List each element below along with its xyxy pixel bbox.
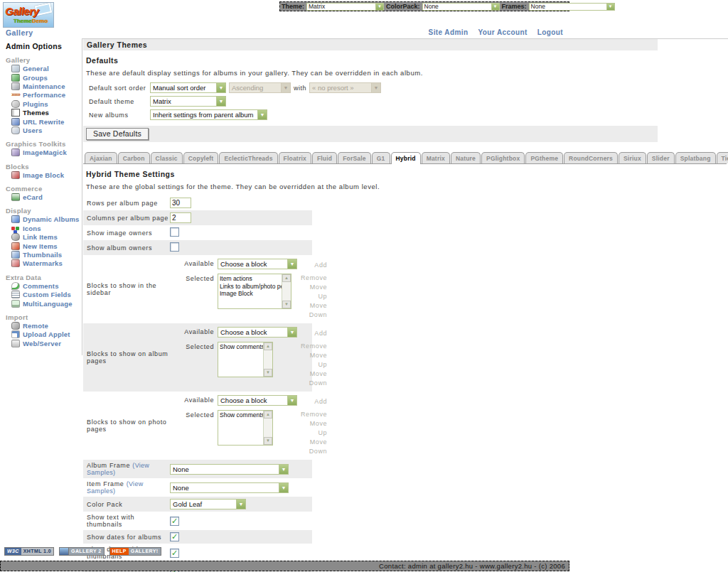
choose-a-block-select[interactable]: Choose a block▼ <box>218 327 297 338</box>
show-dates-with-thumbnails-checkbox[interactable]: ✓ <box>170 549 179 558</box>
sidebar-item-upload-applet[interactable]: Upload Applet <box>11 330 82 338</box>
scroll-up-icon[interactable]: ▲ <box>264 342 272 350</box>
gallery-logo[interactable]: Gallery ThemeDemo <box>3 2 54 28</box>
tab-roundcorners[interactable]: RoundCorners <box>564 152 618 163</box>
sidebar-item-general[interactable]: General <box>11 65 82 72</box>
scroll-down-icon[interactable]: ▼ <box>264 369 272 377</box>
sidebar-item-thumbnails[interactable]: Thumbnails <box>11 251 82 259</box>
scrollbar[interactable]: ▲▼ <box>282 274 291 308</box>
sidebar-item-groups[interactable]: Groups <box>11 73 82 81</box>
scroll-up-icon[interactable]: ▲ <box>282 274 291 282</box>
sidebar-item-url-rewrite[interactable]: URL Rewrite <box>11 117 82 125</box>
choose-a-block-select[interactable]: Choose a block▼ <box>218 395 297 406</box>
view-samples-link[interactable]: (View Samples) <box>87 480 144 495</box>
view-samples-link[interactable]: (View Samples) <box>87 462 149 476</box>
scrollbar-track[interactable] <box>264 350 272 369</box>
choose-a-block-select[interactable]: Choose a block▼ <box>218 259 297 269</box>
sidebar-item-link-items[interactable]: Link Items <box>11 233 82 241</box>
columns-per-album-page-input[interactable] <box>170 212 191 223</box>
colorpack-select[interactable]: None ▼ <box>422 3 500 11</box>
album-frame-select[interactable]: None▼ <box>170 464 289 475</box>
sidebar-item-plugins[interactable]: Plugins <box>11 100 82 108</box>
sidebar-item-watermarks[interactable]: Watermarks <box>11 259 82 267</box>
color-pack-select[interactable]: Gold Leaf▼ <box>170 499 246 509</box>
help-gallery-badge[interactable]: HELPGALLERY! <box>109 547 161 556</box>
default-sort-order-select[interactable]: Manual sort order▼ <box>150 82 226 93</box>
sidebar-item-custom-fields[interactable]: Custom Fields <box>11 291 82 298</box>
tab-classic[interactable]: Classic <box>151 152 183 163</box>
item-frame-select[interactable]: None▼ <box>170 482 289 493</box>
sidebar-item-dynamic-albums[interactable]: Dynamic Albums <box>11 215 82 223</box>
tab-g1[interactable]: G1 <box>372 152 390 163</box>
new-albums-select[interactable]: Inherit settings from parent album▼ <box>150 109 267 120</box>
sidebar-item-themes[interactable]: Themes <box>11 109 82 117</box>
tab-siriux[interactable]: Siriux <box>619 152 646 163</box>
save-defaults-button[interactable]: Save Defaults <box>86 128 149 140</box>
tab-pglightbox[interactable]: PGlightbox <box>481 152 525 163</box>
tab-carbon[interactable]: Carbon <box>118 152 150 163</box>
selected-blocks-list[interactable]: Item actionsLinks to album/photo peersIm… <box>218 274 291 309</box>
tab-pgtheme[interactable]: PGtheme <box>525 152 563 163</box>
setting-control: AvailableChoose a block▼AddSelectedShow … <box>170 325 331 389</box>
site-admin-link[interactable]: Site Admin <box>429 28 469 36</box>
tab-splatbang[interactable]: Splatbang <box>675 152 716 163</box>
listbox-item[interactable]: Item actions <box>220 275 282 283</box>
sidebar-item-maintenance[interactable]: Maintenance <box>11 82 82 90</box>
tab-hybrid[interactable]: Hybrid <box>391 152 421 164</box>
tab-tien[interactable]: Tien <box>717 152 728 163</box>
breadcrumb[interactable]: Gallery <box>6 28 33 37</box>
selected-blocks-list[interactable]: Show comments▲▼ <box>218 410 273 446</box>
sidebar-item-performance[interactable]: »»»Performance <box>11 91 82 99</box>
sidebar-section: CommerceeCard <box>6 185 82 201</box>
tab-ajaxian[interactable]: Ajaxian <box>85 152 117 163</box>
sidebar-item-new-items[interactable]: New Items <box>11 242 82 249</box>
scroll-up-icon[interactable]: ▲ <box>264 411 272 419</box>
listbox-item[interactable]: Show comments <box>220 411 263 419</box>
rows-per-album-page-input[interactable] <box>170 198 191 208</box>
tab-fluid[interactable]: Fluid <box>312 152 337 163</box>
show-dates-for-albums-checkbox[interactable]: ✓ <box>170 532 179 541</box>
chevron-down-icon: ▼ <box>279 465 288 474</box>
theme-select[interactable]: Matrix ▼ <box>306 3 384 11</box>
sidebar-item-icons[interactable]: Icons <box>11 225 82 232</box>
default-theme-select[interactable]: Matrix▼ <box>150 96 226 107</box>
tab-nature[interactable]: Nature <box>451 152 481 163</box>
gallery2-badge[interactable]: GALLERY 2 <box>59 547 105 556</box>
sidebar-item-web-server[interactable]: Web/Server <box>11 340 82 347</box>
listbox-item[interactable]: Links to album/photo peers <box>220 283 282 291</box>
sidebar-item-imagemagick[interactable]: ImageMagick <box>11 149 82 156</box>
tab-matrix[interactable]: Matrix <box>422 152 450 163</box>
tab-forsale[interactable]: ForSale <box>338 152 371 163</box>
sidebar-section: DisplayDynamic AlbumsIconsLink ItemsNew … <box>6 207 82 267</box>
setting-row-album-frame: Album Frame (View Samples)None▼ <box>83 460 312 478</box>
tab-floatrix[interactable]: Floatrix <box>279 152 311 163</box>
logout-link[interactable]: Logout <box>537 28 563 36</box>
w3c-xhtml-badge[interactable]: W3CXHTML 1.0 <box>4 547 54 556</box>
sidebar-item-multilanguage[interactable]: MultiLanguage <box>11 299 82 307</box>
scrollbar-track[interactable] <box>264 419 272 437</box>
tab-eclecticthreads[interactable]: EclecticThreads <box>219 152 277 163</box>
sidebar-item-comments[interactable]: Comments <box>11 282 82 290</box>
badge-right-text: GALLERY 2 <box>69 548 104 555</box>
sidebar-item-label: Upload Applet <box>23 330 70 338</box>
sidebar-item-image-block[interactable]: Image Block <box>11 171 82 179</box>
sidebar-item-ecard[interactable]: eCard <box>11 193 82 201</box>
frames-select[interactable]: None ▼ <box>529 3 615 11</box>
scroll-down-icon[interactable]: ▼ <box>282 301 291 308</box>
scrollbar[interactable]: ▲▼ <box>263 342 272 377</box>
tab-copyleft[interactable]: Copyleft <box>183 152 219 163</box>
scroll-down-icon[interactable]: ▼ <box>264 437 272 445</box>
selected-blocks-list[interactable]: Show comments▲▼ <box>218 342 273 377</box>
your-account-link[interactable]: Your Account <box>478 28 527 36</box>
sidebar-item-label: Groups <box>23 74 48 82</box>
listbox-item[interactable]: Show comments <box>220 343 263 351</box>
sidebar-item-users[interactable]: Users <box>11 126 82 134</box>
sidebar-item-remote[interactable]: Remote <box>11 322 82 330</box>
show-album-owners-checkbox[interactable] <box>170 242 179 252</box>
show-text-with-thumbnails-checkbox[interactable]: ✓ <box>170 517 179 526</box>
listbox-item[interactable]: Image Block <box>220 290 282 298</box>
tab-slider[interactable]: Slider <box>647 152 675 163</box>
scrollbar-track[interactable] <box>282 282 291 301</box>
scrollbar[interactable]: ▲▼ <box>263 411 272 445</box>
show-image-owners-checkbox[interactable] <box>170 227 179 237</box>
